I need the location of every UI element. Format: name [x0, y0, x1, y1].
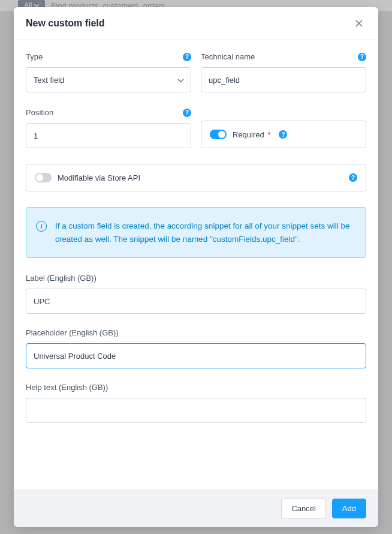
modifiable-toggle-box: Modifiable via Store API ?: [26, 164, 366, 191]
modal-title: New custom field: [26, 18, 105, 29]
modal-header: New custom field: [14, 7, 378, 40]
help-text-en-input[interactable]: [26, 398, 366, 423]
help-icon[interactable]: ?: [183, 53, 191, 61]
help-icon[interactable]: ?: [279, 130, 287, 139]
modal-footer: Cancel Add: [14, 490, 378, 527]
placeholder-en-label: Placeholder (English (GB)): [26, 328, 366, 337]
help-icon[interactable]: ?: [349, 173, 357, 182]
help-icon[interactable]: ?: [183, 109, 191, 117]
modifiable-label: Modifiable via Store API: [58, 173, 140, 182]
info-icon: i: [36, 221, 47, 232]
help-text-en-label: Help text (English (GB)): [26, 383, 366, 392]
info-text: If a custom field is created, the accord…: [55, 220, 356, 245]
label-en-input[interactable]: [26, 289, 366, 314]
modal-body: Type ? Text field Technical name ?: [14, 40, 378, 490]
position-input[interactable]: [26, 123, 191, 148]
technical-name-label: Technical name: [201, 52, 255, 61]
modifiable-toggle[interactable]: [35, 173, 52, 182]
cancel-button[interactable]: Cancel: [281, 499, 325, 518]
position-label: Position: [26, 108, 53, 117]
add-button[interactable]: Add: [332, 499, 366, 518]
help-icon[interactable]: ?: [358, 53, 366, 61]
close-button[interactable]: [352, 17, 366, 30]
label-en-label: Label (English (GB)): [26, 274, 366, 283]
required-toggle-box: Required * ?: [201, 121, 366, 148]
info-box: i If a custom field is created, the acco…: [26, 207, 366, 258]
new-custom-field-modal: New custom field Type ? Text field: [14, 7, 378, 527]
required-toggle[interactable]: [210, 130, 227, 139]
required-label: Required *: [233, 130, 270, 139]
type-label: Type: [26, 52, 43, 61]
close-icon: [355, 20, 363, 27]
type-select[interactable]: Text field: [26, 67, 191, 92]
technical-name-input[interactable]: [201, 67, 366, 92]
placeholder-en-input[interactable]: [26, 343, 366, 368]
